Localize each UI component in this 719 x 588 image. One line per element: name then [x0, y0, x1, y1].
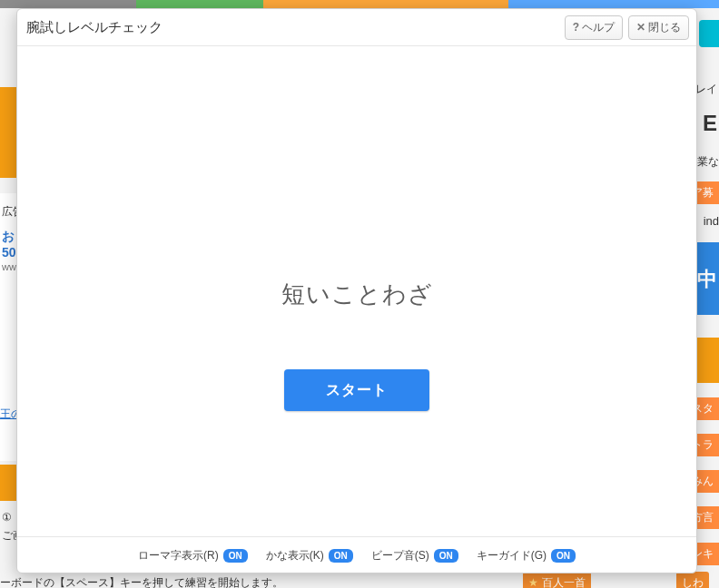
toggle-romaji[interactable]: ローマ字表示(R) ON: [138, 548, 248, 564]
toggle-keyguide[interactable]: キーガイド(G) ON: [477, 548, 576, 564]
toggle-romaji-label: ローマ字表示(R): [138, 548, 219, 564]
modal-footer: ローマ字表示(R) ON かな表示(K) ON ビープ音(S) ON キーガイド…: [17, 536, 696, 574]
toggle-badge: ON: [434, 549, 458, 563]
toggle-beep[interactable]: ビープ音(S) ON: [371, 548, 458, 564]
close-button[interactable]: ✕ 閉じる: [628, 15, 689, 40]
help-label: ヘルプ: [582, 20, 615, 35]
typing-prompt: 短いことわざ: [17, 279, 696, 310]
help-icon: ?: [573, 21, 579, 34]
toggle-beep-label: ビープ音(S): [371, 548, 429, 564]
toggle-badge: ON: [329, 549, 353, 563]
toggle-badge: ON: [223, 549, 248, 563]
level-check-modal: 腕試しレベルチェック ? ヘルプ ✕ 閉じる 短いことわざ スタート ローマ字表…: [16, 8, 697, 573]
modal-body: 短いことわざ スタート: [17, 46, 696, 536]
start-button[interactable]: スタート: [284, 369, 429, 411]
toggle-kana-label: かな表示(K): [266, 548, 324, 564]
close-label: 閉じる: [648, 20, 681, 35]
close-icon: ✕: [636, 21, 645, 34]
toggle-keyguide-label: キーガイド(G): [477, 548, 547, 564]
toggle-kana[interactable]: かな表示(K) ON: [266, 548, 353, 564]
modal-title: 腕試しレベルチェック: [26, 19, 559, 36]
help-button[interactable]: ? ヘルプ: [565, 15, 623, 40]
modal-header: 腕試しレベルチェック ? ヘルプ ✕ 閉じる: [17, 9, 696, 46]
toggle-badge: ON: [551, 549, 576, 563]
